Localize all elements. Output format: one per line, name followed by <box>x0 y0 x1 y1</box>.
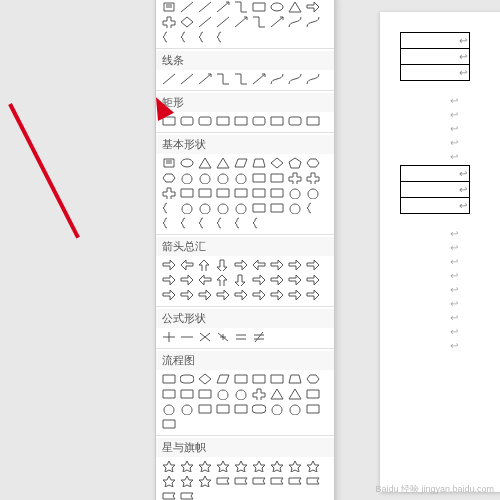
arrows-shape-6[interactable] <box>268 258 285 272</box>
lines-shape-4[interactable] <box>232 72 249 86</box>
flow-shape-2[interactable] <box>196 372 213 386</box>
arrows-shape-17[interactable] <box>304 273 321 287</box>
formula-shape-3[interactable] <box>214 330 231 344</box>
recent-shape-10[interactable] <box>178 15 195 29</box>
formula-shape-2[interactable] <box>196 330 213 344</box>
recent-shape-0[interactable] <box>160 0 177 14</box>
stars-shape-4[interactable] <box>232 459 249 473</box>
arrows-shape-7[interactable] <box>286 258 303 272</box>
basic-shape-22[interactable] <box>232 186 249 200</box>
arrows-shape-21[interactable] <box>214 288 231 302</box>
basic-shape-30[interactable] <box>214 201 231 215</box>
recent-shape-19[interactable] <box>178 30 195 44</box>
stars-shape-8[interactable] <box>304 459 321 473</box>
lines-shape-8[interactable] <box>304 72 321 86</box>
flow-shape-20[interactable] <box>196 402 213 416</box>
arrows-shape-22[interactable] <box>232 288 249 302</box>
flow-shape-19[interactable] <box>178 402 195 416</box>
stars-shape-9[interactable] <box>160 474 177 488</box>
stars-shape-17[interactable] <box>304 474 321 488</box>
recent-shape-11[interactable] <box>196 15 213 29</box>
arrows-shape-23[interactable] <box>250 288 267 302</box>
rect-shape-8[interactable] <box>304 114 321 128</box>
flow-shape-4[interactable] <box>232 372 249 386</box>
flow-shape-25[interactable] <box>286 402 303 416</box>
stars-shape-19[interactable] <box>178 489 195 500</box>
flow-shape-16[interactable] <box>286 387 303 401</box>
basic-shape-36[interactable] <box>160 216 177 230</box>
flow-shape-13[interactable] <box>232 387 249 401</box>
rect-shape-7[interactable] <box>286 114 303 128</box>
basic-shape-7[interactable] <box>286 156 303 170</box>
arrows-shape-1[interactable] <box>178 258 195 272</box>
basic-shape-2[interactable] <box>196 156 213 170</box>
lines-shape-6[interactable] <box>268 72 285 86</box>
flow-shape-5[interactable] <box>250 372 267 386</box>
basic-shape-35[interactable] <box>304 201 321 215</box>
basic-shape-34[interactable] <box>286 201 303 215</box>
flow-shape-23[interactable] <box>250 402 267 416</box>
flow-shape-7[interactable] <box>286 372 303 386</box>
flow-shape-27[interactable] <box>160 417 177 431</box>
basic-shape-19[interactable] <box>178 186 195 200</box>
arrows-shape-19[interactable] <box>178 288 195 302</box>
arrows-shape-14[interactable] <box>250 273 267 287</box>
basic-shape-20[interactable] <box>196 186 213 200</box>
basic-shape-8[interactable] <box>304 156 321 170</box>
lines-shape-1[interactable] <box>178 72 195 86</box>
arrows-shape-12[interactable] <box>214 273 231 287</box>
arrows-shape-8[interactable] <box>304 258 321 272</box>
flow-shape-18[interactable] <box>160 402 177 416</box>
basic-shape-31[interactable] <box>232 201 249 215</box>
rect-shape-1[interactable] <box>178 114 195 128</box>
recent-shape-4[interactable] <box>232 0 249 14</box>
formula-shape-4[interactable] <box>232 330 249 344</box>
arrows-shape-13[interactable] <box>232 273 249 287</box>
basic-shape-28[interactable] <box>178 201 195 215</box>
formula-shape-0[interactable] <box>160 330 177 344</box>
lines-shape-2[interactable] <box>196 72 213 86</box>
flow-shape-1[interactable] <box>178 372 195 386</box>
flow-shape-22[interactable] <box>232 402 249 416</box>
basic-shape-13[interactable] <box>232 171 249 185</box>
recent-shape-5[interactable] <box>250 0 267 14</box>
basic-shape-23[interactable] <box>250 186 267 200</box>
basic-shape-32[interactable] <box>250 201 267 215</box>
recent-shape-15[interactable] <box>268 15 285 29</box>
stars-shape-1[interactable] <box>178 459 195 473</box>
recent-shape-12[interactable] <box>214 15 231 29</box>
basic-shape-37[interactable] <box>178 216 195 230</box>
formula-shape-1[interactable] <box>178 330 195 344</box>
stars-shape-14[interactable] <box>250 474 267 488</box>
recent-shape-20[interactable] <box>196 30 213 44</box>
flow-shape-17[interactable] <box>304 387 321 401</box>
arrows-shape-15[interactable] <box>268 273 285 287</box>
stars-shape-12[interactable] <box>214 474 231 488</box>
arrows-shape-26[interactable] <box>304 288 321 302</box>
stars-shape-15[interactable] <box>268 474 285 488</box>
recent-shape-18[interactable] <box>160 30 177 44</box>
lines-shape-7[interactable] <box>286 72 303 86</box>
recent-shape-17[interactable] <box>304 15 321 29</box>
basic-shape-9[interactable] <box>160 171 177 185</box>
stars-shape-7[interactable] <box>286 459 303 473</box>
stars-shape-11[interactable] <box>196 474 213 488</box>
basic-shape-21[interactable] <box>214 186 231 200</box>
basic-shape-4[interactable] <box>232 156 249 170</box>
arrows-shape-3[interactable] <box>214 258 231 272</box>
arrows-shape-25[interactable] <box>286 288 303 302</box>
flow-shape-3[interactable] <box>214 372 231 386</box>
recent-shape-7[interactable] <box>286 0 303 14</box>
flow-shape-9[interactable] <box>160 387 177 401</box>
basic-shape-29[interactable] <box>196 201 213 215</box>
arrows-shape-11[interactable] <box>196 273 213 287</box>
recent-shape-13[interactable] <box>232 15 249 29</box>
flow-shape-6[interactable] <box>268 372 285 386</box>
basic-shape-38[interactable] <box>196 216 213 230</box>
basic-shape-6[interactable] <box>268 156 285 170</box>
basic-shape-40[interactable] <box>232 216 249 230</box>
flow-shape-26[interactable] <box>304 402 321 416</box>
basic-shape-10[interactable] <box>178 171 195 185</box>
arrows-shape-10[interactable] <box>178 273 195 287</box>
basic-shape-15[interactable] <box>268 171 285 185</box>
